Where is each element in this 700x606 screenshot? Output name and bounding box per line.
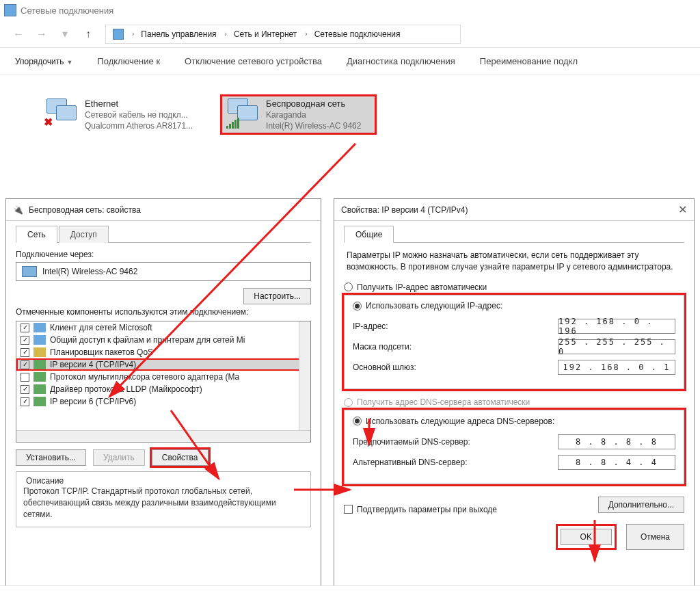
input-dns2[interactable]: 8 . 8 . 4 . 4	[558, 455, 675, 470]
configure-button[interactable]: Настроить...	[243, 288, 311, 304]
scrollbar-horizontal[interactable]	[16, 430, 310, 442]
wifi-ssid: Karaganda	[266, 110, 361, 120]
adapter-properties-dialog: 🔌 Беспроводная сеть: свойства Сеть Досту…	[5, 198, 321, 602]
nic-settings-icon: 🔌	[13, 205, 23, 215]
component-icon	[33, 347, 46, 357]
nav-back-icon[interactable]: ←	[12, 28, 25, 40]
list-item-ipv4: ✓IP версии 4 (TCP/IPv4)	[16, 358, 310, 371]
adapter-name: Intel(R) Wireless-AC 9462	[42, 267, 137, 276]
tab-network[interactable]: Сеть	[16, 226, 57, 243]
checkbox-icon[interactable]	[21, 373, 29, 382]
error-x-icon: ✖	[44, 116, 53, 129]
label-ip: IP-адрес:	[353, 321, 388, 331]
input-dns1[interactable]: 8 . 8 . 8 . 8	[558, 434, 675, 449]
dns-group: Использовать следующие адреса DNS-сервер…	[344, 410, 684, 484]
component-icon	[33, 335, 46, 345]
connection-ethernet[interactable]: ✖ Ethernet Сетевой кабель не подкл... Qu…	[40, 94, 200, 135]
explorer-titlebar: Сетевые подключения	[0, 0, 700, 21]
window-title: Сетевые подключения	[21, 5, 113, 16]
confirm-on-exit-check[interactable]: Подтвердить параметры при выходе	[344, 505, 497, 514]
description-heading: Описание	[23, 476, 66, 486]
radio-icon	[344, 398, 353, 407]
adapter-dialog-title-text: Беспроводная сеть: свойства	[29, 205, 141, 215]
label-mask: Маска подсети:	[353, 342, 412, 352]
adapter-tabs: Сеть Доступ	[16, 225, 311, 243]
ipv4-tabs: Общие	[344, 225, 684, 243]
radio-icon	[353, 417, 362, 425]
nic-icon	[22, 266, 37, 277]
wifi-adapter: Intel(R) Wireless-AC 9462	[266, 121, 361, 131]
install-button[interactable]: Установить...	[16, 449, 86, 466]
components-label: Отмеченные компоненты используются этим …	[16, 307, 311, 317]
cancel-button[interactable]: Отмена	[626, 524, 684, 550]
radio-auto-ip[interactable]: Получить IP-адрес автоматически	[344, 282, 684, 292]
tab-general[interactable]: Общие	[344, 226, 394, 243]
component-icon	[33, 397, 46, 406]
breadcrumb-conn[interactable]: Сетевые подключения	[314, 29, 401, 39]
component-icon	[33, 384, 46, 394]
properties-button[interactable]: Свойства	[152, 449, 208, 466]
wifi-icon	[228, 98, 259, 127]
description-text: Протокол TCP/IP. Стандартный протокол гл…	[23, 486, 304, 520]
nav-forward-icon[interactable]: →	[36, 28, 48, 40]
adapter-dialog-title: 🔌 Беспроводная сеть: свойства	[6, 199, 321, 221]
list-item: ✓Общий доступ к файлам и принтерам для с…	[16, 334, 310, 346]
components-list[interactable]: ✓Клиент для сетей Microsoft ✓Общий досту…	[16, 321, 311, 443]
connections-icon	[4, 4, 16, 16]
label-gw: Основной шлюз:	[353, 363, 416, 372]
checkbox-icon[interactable]: ✓	[21, 385, 29, 394]
remove-button: Удалить	[93, 449, 145, 466]
connect-via-label: Подключение через:	[16, 250, 311, 259]
ethernet-status: Сетевой кабель не подкл...	[85, 110, 193, 120]
ok-button[interactable]: OK	[561, 529, 612, 545]
close-icon[interactable]: ✕	[678, 203, 687, 216]
toolbar-organize[interactable]: Упорядочить▼	[15, 56, 72, 66]
ethernet-name: Ethernet	[85, 98, 193, 109]
radio-use-ip[interactable]: Использовать следующий IP-адрес:	[353, 301, 507, 311]
radio-use-dns[interactable]: Использовать следующие адреса DNS-сервер…	[353, 417, 558, 426]
checkbox-icon[interactable]: ✓	[21, 336, 29, 345]
ethernet-icon: ✖	[46, 98, 78, 127]
ipv4-info-text: Параметры IP можно назначать автоматичес…	[347, 250, 682, 273]
label-dns2: Альтернативный DNS-сервер:	[353, 458, 468, 467]
ipv4-dialog-title-text: Свойства: IP версии 4 (TCP/IPv4)	[341, 205, 468, 215]
list-item: ✓IP версии 6 (TCP/IPv6)	[16, 395, 310, 408]
input-gw[interactable]: 192 . 168 . 0 . 1	[558, 360, 675, 375]
list-item: ✓Драйвер протокола LLDP (Майкрософт)	[16, 383, 310, 395]
ipv4-dialog-title: Свойства: IP версии 4 (TCP/IPv4) ✕	[334, 199, 694, 221]
input-mask[interactable]: 255 . 255 . 255 . 0	[558, 339, 675, 354]
breadcrumb[interactable]: ›Панель управления ›Сеть и Интернет ›Сет…	[105, 25, 461, 44]
wifi-name: Беспроводная сеть	[266, 98, 361, 109]
connection-wifi[interactable]: Беспроводная сеть Karaganda Intel(R) Wir…	[220, 94, 377, 135]
explorer-statusbar	[0, 585, 700, 606]
nav-bar: ← → ▾ ↑ ›Панель управления ›Сеть и Интер…	[0, 21, 700, 48]
nav-up-icon[interactable]: ↑	[82, 28, 94, 40]
component-icon	[33, 360, 46, 369]
adapter-field: Intel(R) Wireless-AC 9462	[16, 262, 311, 281]
advanced-button[interactable]: Дополнительно...	[598, 497, 684, 513]
ok-highlight: OK	[556, 524, 617, 550]
input-ip[interactable]: 192 . 168 . 0 . 196	[558, 319, 675, 334]
explorer-window: Сетевые подключения ← → ▾ ↑ ›Панель упра…	[0, 0, 700, 192]
nav-history-icon[interactable]: ▾	[59, 28, 71, 40]
toolbar-connect[interactable]: Подключение к	[97, 56, 160, 66]
scrollbar-vertical[interactable]	[299, 321, 310, 430]
checkbox-icon[interactable]: ✓	[21, 348, 29, 357]
explorer-toolbar: Упорядочить▼ Подключение к Отключение се…	[0, 48, 700, 75]
breadcrumb-net[interactable]: Сеть и Интернет	[234, 29, 297, 39]
radio-icon	[353, 302, 362, 311]
ethernet-adapter: Qualcomm Atheros AR8171...	[85, 121, 193, 131]
list-item: Протокол мультиплексора сетевого адаптер…	[16, 371, 310, 383]
breadcrumb-root[interactable]: Панель управления	[141, 29, 216, 39]
checkbox-icon[interactable]: ✓	[21, 397, 29, 406]
toolbar-rename[interactable]: Переименование подкл	[480, 56, 578, 66]
checkbox-icon[interactable]: ✓	[21, 324, 29, 332]
control-panel-icon	[113, 29, 124, 40]
toolbar-diag[interactable]: Диагностика подключения	[347, 56, 455, 66]
checkbox-icon[interactable]: ✓	[21, 360, 29, 369]
tab-access[interactable]: Доступ	[59, 226, 109, 243]
checkbox-icon	[344, 505, 353, 514]
toolbar-disable[interactable]: Отключение сетевого устройства	[185, 56, 322, 66]
signal-bars-icon	[226, 118, 239, 129]
description-box: Описание Протокол TCP/IP. Стандартный пр…	[16, 471, 311, 527]
